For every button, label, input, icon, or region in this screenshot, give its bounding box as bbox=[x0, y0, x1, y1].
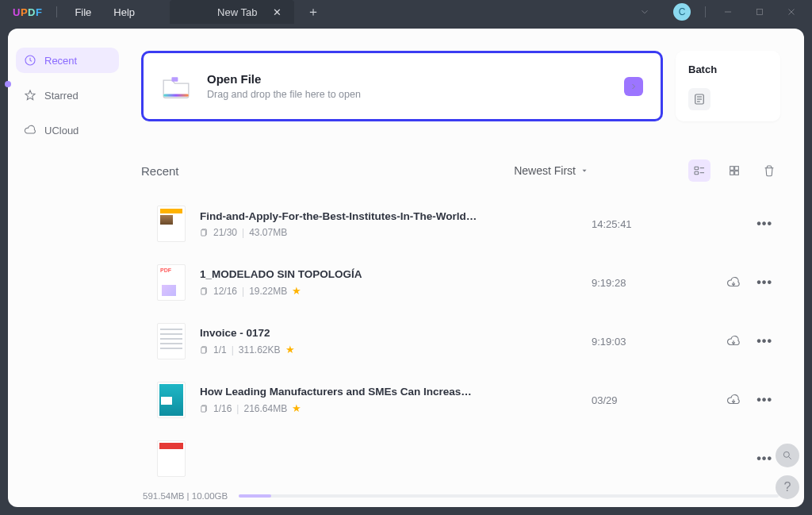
sidebar-item-recent[interactable]: Recent bbox=[16, 48, 119, 73]
more-icon[interactable]: ••• bbox=[756, 217, 772, 231]
sidebar: Recent Starred UCloud bbox=[8, 29, 127, 507]
file-row[interactable]: How Leading Manufacturers and SMEs Can I… bbox=[141, 371, 780, 429]
sidebar-item-ucloud[interactable]: UCloud bbox=[16, 117, 119, 143]
question-icon: ? bbox=[784, 480, 791, 494]
open-file-text: Open File Drag and drop the file here to… bbox=[207, 72, 361, 100]
svg-rect-7 bbox=[171, 77, 178, 82]
avatar[interactable]: C bbox=[673, 3, 691, 21]
cloud-download-icon[interactable] bbox=[726, 334, 741, 348]
file-row[interactable]: ••• bbox=[141, 429, 780, 488]
app-logo: UPDF bbox=[5, 6, 50, 18]
recent-heading: Recent bbox=[141, 164, 179, 178]
batch-title: Batch bbox=[688, 63, 768, 75]
view-grid-button[interactable] bbox=[723, 159, 745, 182]
file-meta: 21/30|43.07MB bbox=[200, 227, 577, 238]
sort-label: Newest First bbox=[514, 164, 576, 177]
minimize-button[interactable] bbox=[712, 1, 744, 23]
svg-rect-6 bbox=[163, 94, 189, 96]
file-meta: 1/16|216.64MB★ bbox=[200, 402, 577, 414]
file-row-controls: ••• bbox=[709, 452, 780, 466]
tabbar: New Tab ✕ ＋ bbox=[170, 0, 324, 24]
open-file-title: Open File bbox=[207, 72, 361, 86]
svg-rect-26 bbox=[201, 348, 206, 353]
svg-rect-13 bbox=[695, 167, 699, 169]
svg-marker-12 bbox=[583, 170, 587, 172]
sidebar-item-starred[interactable]: Starred bbox=[16, 83, 119, 108]
storage-bar bbox=[239, 494, 779, 498]
star-icon: ★ bbox=[292, 285, 301, 297]
cloud-icon bbox=[24, 124, 36, 136]
file-info: Invoice - 01721/1|311.62KB★ bbox=[200, 327, 577, 356]
more-icon[interactable]: ••• bbox=[756, 452, 772, 466]
file-name: Find-and-Apply-For-the-Best-Institutes-I… bbox=[200, 210, 477, 222]
svg-rect-22 bbox=[201, 230, 206, 236]
svg-rect-17 bbox=[730, 167, 734, 171]
svg-rect-28 bbox=[201, 406, 206, 412]
tab-new-tab[interactable]: New Tab ✕ bbox=[170, 0, 294, 24]
main: Open File Drag and drop the file here to… bbox=[127, 29, 804, 507]
view-controls bbox=[688, 159, 780, 182]
top-cards-row: Open File Drag and drop the file here to… bbox=[141, 51, 780, 121]
sidebar-indicator bbox=[5, 81, 11, 87]
file-row[interactable]: Find-and-Apply-For-the-Best-Institutes-I… bbox=[141, 194, 780, 253]
view-list-button[interactable] bbox=[688, 159, 710, 182]
cloud-download-icon[interactable] bbox=[726, 393, 741, 407]
file-info: Find-and-Apply-For-the-Best-Institutes-I… bbox=[200, 210, 577, 238]
open-file-go-button[interactable] bbox=[624, 77, 643, 96]
divider bbox=[705, 6, 706, 17]
window-controls: C bbox=[629, 1, 807, 23]
open-file-subtitle: Drag and drop the file here to open bbox=[207, 89, 361, 100]
search-float-button[interactable] bbox=[776, 444, 799, 467]
add-tab-button[interactable]: ＋ bbox=[302, 1, 324, 23]
file-row-controls: ••• bbox=[709, 334, 780, 348]
file-row-controls: ••• bbox=[709, 275, 780, 290]
file-info: 1_MODELADO SIN TOPOLOGÍA12/16|19.22MB★ bbox=[200, 268, 577, 297]
file-time: 9:19:28 bbox=[592, 277, 695, 289]
workspace: Recent Starred UCloud Open File Dra bbox=[8, 29, 804, 507]
file-meta: 1/1|311.62KB★ bbox=[200, 344, 577, 356]
file-name: How Leading Manufacturers and SMEs Can I… bbox=[200, 386, 477, 398]
divider bbox=[56, 6, 57, 17]
sort-dropdown[interactable]: Newest First bbox=[509, 161, 593, 180]
close-window-button[interactable] bbox=[776, 1, 807, 23]
svg-point-29 bbox=[783, 452, 789, 457]
file-info: How Leading Manufacturers and SMEs Can I… bbox=[200, 386, 577, 414]
star-icon: ★ bbox=[285, 344, 295, 356]
open-file-card[interactable]: Open File Drag and drop the file here to… bbox=[141, 51, 663, 121]
svg-marker-5 bbox=[25, 90, 35, 100]
maximize-button[interactable] bbox=[744, 1, 776, 23]
svg-rect-14 bbox=[695, 171, 699, 174]
delete-button[interactable] bbox=[758, 159, 780, 182]
svg-rect-20 bbox=[735, 171, 739, 175]
chevron-down-icon bbox=[580, 167, 588, 175]
file-row[interactable]: Invoice - 01721/1|311.62KB★9:19:03••• bbox=[141, 312, 780, 371]
file-row-controls: ••• bbox=[709, 393, 780, 407]
more-icon[interactable]: ••• bbox=[756, 334, 772, 348]
cloud-download-icon[interactable] bbox=[726, 275, 741, 290]
file-list: Find-and-Apply-For-the-Best-Institutes-I… bbox=[141, 194, 780, 488]
file-meta: 12/16|19.22MB★ bbox=[200, 285, 577, 297]
close-icon[interactable]: ✕ bbox=[273, 6, 282, 18]
star-icon: ★ bbox=[292, 402, 301, 414]
file-time: 9:19:03 bbox=[592, 336, 695, 348]
folder-icon bbox=[161, 74, 191, 99]
file-name: Invoice - 0172 bbox=[200, 327, 477, 339]
recent-header: Recent Newest First bbox=[141, 159, 780, 182]
more-icon[interactable]: ••• bbox=[756, 275, 772, 290]
menu-help[interactable]: Help bbox=[102, 6, 146, 18]
chevron-down-icon[interactable] bbox=[629, 1, 661, 23]
svg-rect-19 bbox=[730, 171, 734, 175]
file-time: 14:25:41 bbox=[592, 218, 695, 230]
more-icon[interactable]: ••• bbox=[756, 393, 772, 407]
svg-rect-1 bbox=[757, 10, 763, 15]
help-float-button[interactable]: ? bbox=[776, 475, 799, 499]
file-time: 03/29 bbox=[592, 394, 695, 406]
menu-file[interactable]: File bbox=[63, 6, 102, 18]
svg-line-30 bbox=[789, 457, 791, 459]
file-row[interactable]: PDF1_MODELADO SIN TOPOLOGÍA12/16|19.22MB… bbox=[141, 253, 780, 312]
batch-card[interactable]: Batch bbox=[676, 51, 780, 121]
svg-rect-18 bbox=[735, 167, 739, 171]
window-titlebar: UPDF File Help New Tab ✕ ＋ C bbox=[0, 0, 812, 24]
clock-icon bbox=[24, 54, 36, 67]
sidebar-item-label: UCloud bbox=[44, 125, 79, 136]
